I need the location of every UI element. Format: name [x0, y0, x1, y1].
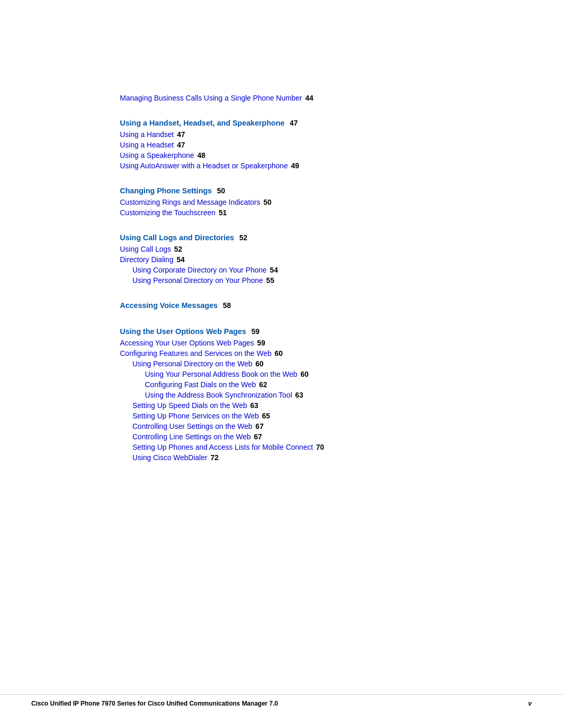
toc-entry[interactable]: Using Personal Directory on the Web60 — [120, 360, 511, 368]
toc-entry[interactable]: Customizing Rings and Message Indicators… — [120, 198, 511, 206]
toc-section-header[interactable]: Accessing Voice Messages 58 — [120, 301, 511, 310]
toc-entry[interactable]: Setting Up Speed Dials on the Web63 — [120, 401, 511, 410]
toc-entry[interactable]: Configuring Fast Dials on the Web62 — [120, 380, 511, 389]
toc-entry[interactable]: Controlling User Settings on the Web67 — [120, 422, 511, 430]
toc-entry[interactable]: Using a Speakerphone48 — [120, 151, 511, 159]
toc-section-header[interactable]: Using the User Options Web Pages 59 — [120, 327, 511, 336]
toc-section-header[interactable]: Using Call Logs and Directories 52 — [120, 233, 511, 242]
content-area: Managing Business Calls Using a Single P… — [120, 94, 511, 462]
toc-entry[interactable]: Controlling Line Settings on the Web67 — [120, 433, 511, 441]
toc-entry[interactable]: Using AutoAnswer with a Headset or Speak… — [120, 162, 511, 170]
toc-entry[interactable]: Using Cisco WebDialer72 — [120, 453, 511, 462]
toc-entry[interactable]: Using Your Personal Address Book on the … — [120, 370, 511, 378]
toc-entry[interactable]: Configuring Features and Services on the… — [120, 349, 511, 357]
toc-entry[interactable]: Setting Up Phone Services on the Web65 — [120, 412, 511, 420]
toc-entry[interactable]: Setting Up Phones and Access Lists for M… — [120, 443, 511, 451]
toc-section-header[interactable]: Changing Phone Settings 50 — [120, 187, 511, 195]
toc-entry[interactable]: Customizing the Touchscreen51 — [120, 208, 511, 217]
footer-page: v — [528, 700, 532, 707]
footer-title: Cisco Unified IP Phone 7970 Series for C… — [31, 700, 278, 707]
toc-entry[interactable]: Using a Headset47 — [120, 141, 511, 149]
toc-entry[interactable]: Using Corporate Directory on Your Phone5… — [120, 266, 511, 274]
toc-entry[interactable]: Using the Address Book Synchronization T… — [120, 391, 511, 399]
toc-entry[interactable]: Managing Business Calls Using a Single P… — [120, 94, 511, 102]
toc-entry[interactable]: Using a Handset47 — [120, 130, 511, 139]
footer: Cisco Unified IP Phone 7970 Series for C… — [0, 694, 563, 707]
toc-entry[interactable]: Accessing Your User Options Web Pages59 — [120, 339, 511, 347]
page-container: Managing Business Calls Using a Single P… — [0, 0, 563, 728]
toc-section-header[interactable]: Using a Handset, Headset, and Speakerpho… — [120, 119, 511, 127]
toc-entry[interactable]: Using Call Logs52 — [120, 245, 511, 253]
toc-entry[interactable]: Directory Dialing54 — [120, 255, 511, 264]
toc-entry[interactable]: Using Personal Directory on Your Phone55 — [120, 276, 511, 285]
